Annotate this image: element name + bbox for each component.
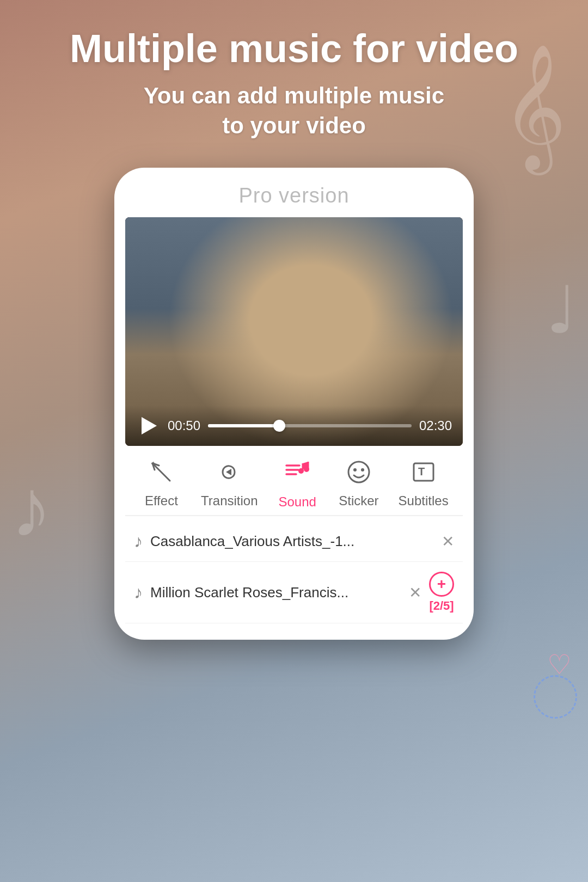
add-badge[interactable]: + [2/5] [429,572,454,613]
music-item-1-close[interactable]: ✕ [442,532,454,550]
time-start: 00:50 [168,418,200,433]
play-icon [142,417,157,434]
music-item-1-name: Casablanca_Various Artists_-1... [150,533,434,550]
toolbar-item-transition[interactable]: Transition [201,459,258,509]
video-area[interactable]: 00:50 02:30 [125,217,463,446]
transition-icon [216,459,242,489]
progress-fill [208,424,279,427]
subtitles-label: Subtitles [399,493,449,509]
effect-label: Effect [145,493,178,509]
svg-point-11 [348,462,369,482]
phone-frame: Pro version 00:50 02:30 [114,168,474,640]
svg-point-12 [353,468,357,471]
sound-label: Sound [279,494,316,510]
subtitles-icon: T [411,459,437,489]
music-item-1[interactable]: ♪ Casablanca_Various Artists_-1... ✕ [125,522,463,562]
sticker-icon [346,459,372,489]
toolbar-item-sound[interactable]: Sound [275,458,319,510]
time-end: 02:30 [419,418,452,433]
svg-text:T: T [418,465,425,477]
music-item-2-icon: ♪ [134,583,143,603]
sticker-label: Sticker [339,493,378,509]
transition-label: Transition [201,493,258,509]
music-item-2-close[interactable]: ✕ [409,584,421,602]
toolbar-item-effect[interactable]: ✦ Effect [139,459,183,509]
progress-thumb [273,420,285,432]
header-section: Multiple music for video You can add mul… [0,0,588,157]
main-title: Multiple music for video [22,27,566,70]
progress-bar[interactable] [208,424,412,427]
pro-version-label: Pro version [125,184,463,207]
music-list: ♪ Casablanca_Various Artists_-1... ✕ ♪ M… [125,516,463,629]
add-count: [2/5] [429,599,454,613]
toolbar-item-subtitles[interactable]: T Subtitles [399,459,449,509]
effect-icon: ✦ [148,459,174,489]
phone-container: Pro version 00:50 02:30 [0,168,588,640]
svg-point-13 [361,468,364,471]
music-item-1-icon: ♪ [134,531,143,552]
video-controls: 00:50 02:30 [125,406,463,446]
music-item-2[interactable]: ♪ Million Scarlet Roses_Francis... ✕ + [… [125,562,463,623]
add-circle-icon: + [429,572,454,597]
main-subtitle: You can add multiple music to your video [22,81,566,140]
toolbar: ✦ Effect Transition [125,446,463,516]
toolbar-item-sticker[interactable]: Sticker [337,459,381,509]
sound-icon [283,458,311,490]
music-item-2-name: Million Scarlet Roses_Francis... [150,584,401,601]
dots-circle-decoration [534,675,577,719]
play-button[interactable] [136,414,160,438]
svg-text:✦: ✦ [150,460,157,468]
